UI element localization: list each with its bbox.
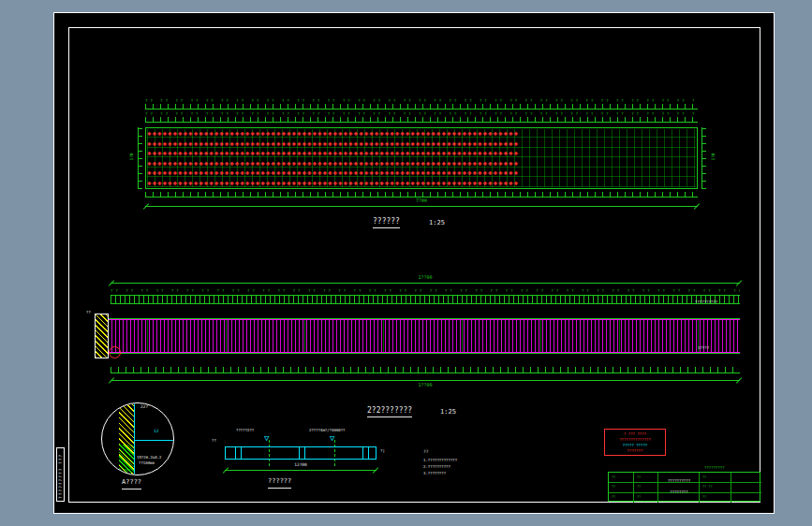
titleblock-grid-line	[699, 473, 700, 503]
elev-top-right-note: ??????????	[695, 300, 717, 304]
plan-left-dim-ticks	[138, 127, 142, 189]
elev-bottom-dim-line	[111, 380, 740, 381]
titleblock-cell: ??	[637, 485, 641, 489]
plan-right-dim-ticks	[701, 127, 706, 189]
plan-total-dim-line	[145, 206, 698, 207]
titleblock-cell: ??	[702, 475, 706, 479]
detail-title: A????	[122, 478, 141, 489]
elev-tick-strip	[111, 295, 740, 304]
titleblock-cell: ??	[612, 495, 615, 499]
plan-top-tick-strip	[145, 104, 698, 110]
detail-circle	[101, 402, 174, 475]
plan-top-dim-numbers-2: ?? ?? ?? ?? ?? ?? ?? ?? ?? ?? ?? ?? ?? ?…	[145, 111, 698, 116]
beam-divider	[304, 447, 305, 459]
notes-heading: ??	[423, 449, 428, 455]
beam-divider	[299, 447, 300, 459]
detail-cyan-hline	[134, 440, 174, 441]
beam-label-left: ?????2??	[236, 428, 254, 432]
detail-note-1: 15?26.2x8.2	[137, 455, 162, 460]
plan-left-dim-label: 1?0	[129, 153, 134, 160]
titleblock-cell: ??	[637, 475, 641, 479]
titleblock-cell: ??	[612, 475, 615, 479]
plan-slab-outline: ◈◈◈◈◈◈◈◈◈◈◈◈◈◈◈◈◈◈◈◈◈◈◈◈◈◈◈◈◈◈◈◈◈◈◈◈◈◈◈◈…	[145, 127, 698, 189]
stamp-line-4: ???????	[605, 448, 665, 454]
titleblock-cell: ??	[612, 485, 615, 489]
plan-top-tick-strip-2	[145, 117, 698, 123]
beam-dim-line	[225, 470, 376, 471]
elev-view-scale: 1:25	[440, 408, 456, 416]
detail-note-2: ??100mm	[139, 460, 155, 465]
notes-line-2: 2.??????????	[423, 464, 450, 469]
notes-line-1: 1.?????????????	[423, 458, 457, 462]
titleblock-grid-line	[657, 473, 658, 503]
titleblock-cell: ??	[637, 495, 641, 499]
titleblock-drawing-name: ????????	[659, 489, 699, 494]
beam-divider	[241, 447, 242, 459]
elev-end-support	[95, 314, 109, 358]
elev-top-dim-label: 1??00	[111, 275, 740, 280]
elev-right-note: 1????	[698, 345, 709, 350]
elev-dim-numbers: ?? ?? ?? ?? ?? ?? ?? ?? ?? ?? ?? ?? ?? ?…	[111, 288, 740, 293]
beam-dim-label: 12?00	[225, 462, 376, 468]
frame-side-label: ????????? ???	[56, 447, 65, 502]
titleblock-cell: ??	[702, 495, 706, 499]
elev-detail-marker	[109, 346, 121, 358]
plan-top-dim-numbers: ?? ?? ?? ?? ?? ?? ?? ?? ?? ?? ?? ?? ?? ?…	[145, 98, 698, 103]
beam-divider	[362, 447, 363, 459]
beam-title: ??????	[268, 477, 291, 489]
beam-left-note: ??	[212, 438, 216, 443]
titleblock-project-name: ??????????	[659, 478, 699, 483]
titleblock-grid-line	[633, 473, 634, 503]
cad-screenshot: ????????? ??? ?? ?? ?? ?? ?? ?? ?? ?? ??…	[0, 0, 812, 526]
detail-note-3: 75?	[124, 468, 130, 473]
elev-bottom-dim-label: 1??00	[111, 383, 740, 387]
titleblock-cell: ?? ??	[702, 485, 713, 489]
elev-left-note: ??	[86, 310, 91, 314]
elev-top-dim-line	[111, 283, 740, 284]
titleblock-grid-line	[731, 473, 731, 503]
beam-divider	[368, 447, 369, 459]
beam-right-note: ?|	[380, 448, 385, 453]
plan-stud-hatch: ◈◈◈◈◈◈◈◈◈◈◈◈◈◈◈◈◈◈◈◈◈◈◈◈◈◈◈◈◈◈◈◈◈◈◈◈◈◈◈◈…	[147, 129, 696, 187]
elev-girder-body	[108, 318, 740, 354]
beam-body	[225, 446, 376, 460]
elev-view-title: 2?2???????	[367, 406, 412, 417]
plan-view-title: ??????	[373, 217, 400, 228]
detail-label-mid: 12	[154, 429, 158, 433]
plan-view-scale: 1:25	[429, 219, 445, 226]
beam-label-right: 2????4m?/?4000??	[309, 428, 346, 432]
title-block: ?? ?? ?? ?? ?? ?? ?????????? ???????? ??…	[608, 472, 760, 502]
elev-bottom-tick-strip	[111, 367, 740, 373]
plan-right-dim-label: 1?0	[711, 153, 716, 160]
notes-line-3: 3.????????	[423, 471, 446, 475]
beam-divider	[235, 447, 236, 459]
plan-total-dim-label: 7?00	[145, 198, 698, 203]
detail-label-top: 22?	[140, 404, 148, 410]
titleblock-above-note: ?????????	[704, 465, 725, 470]
approval-stamp: ? ??? ???? ?????????????? ????? ????? ??…	[604, 429, 666, 456]
